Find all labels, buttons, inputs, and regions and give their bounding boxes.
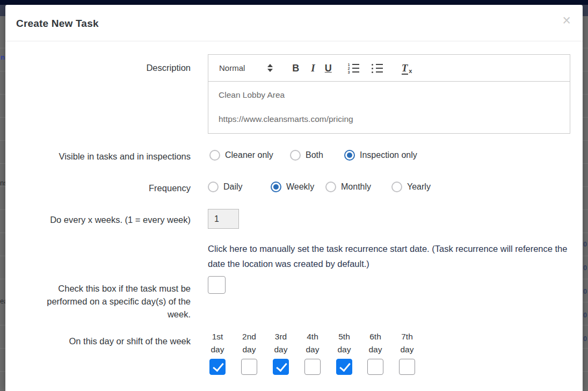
backdrop-left-strip [0, 5, 5, 391]
format-dropdown-arrows-icon[interactable] [267, 64, 273, 72]
backdrop-text-fragment: 0 [583, 335, 588, 342]
radio-label: Inspection only [360, 150, 417, 160]
day-word: day [300, 343, 325, 356]
description-editor-content[interactable]: Clean Lobby Area https://www.cleansmarts… [208, 82, 570, 133]
radio-daily[interactable]: Daily [208, 181, 243, 193]
day-word: day [363, 343, 388, 356]
day-word: day [237, 343, 262, 356]
radio-label: Weekly [286, 182, 314, 192]
day-column-1: 1st day [205, 330, 230, 375]
radio-label: Daily [223, 182, 243, 192]
ordered-list-icon[interactable]: 1 2 3 [348, 63, 360, 73]
radio-circle [271, 182, 281, 192]
day-word: day [268, 343, 293, 356]
backdrop-text-fragment: 0 [583, 264, 588, 271]
day-ordinal: 7th [395, 330, 419, 343]
day-ordinal: 5th [332, 330, 357, 343]
day-ordinal: 2nd [237, 330, 262, 343]
day-column-4: 4th day [300, 330, 325, 375]
day-column-7: 7th day [395, 330, 419, 375]
specific-day-checkbox[interactable] [208, 276, 226, 294]
italic-icon[interactable]: I [311, 62, 315, 74]
backdrop-text-fragment: 0 [583, 288, 588, 295]
frequency-label: Frequency [16, 182, 191, 194]
backdrop-text-fragment: ea [0, 298, 5, 305]
recurrence-start-date-link[interactable]: Click here to manually set the task recu… [208, 242, 573, 271]
radio-circle [209, 150, 220, 161]
radio-circle [290, 150, 301, 161]
description-label: Description [16, 61, 191, 74]
interval-input[interactable] [208, 209, 239, 229]
backdrop-text-fragment: ns [0, 179, 5, 186]
modal-title: Create New Task [16, 18, 99, 30]
close-icon[interactable]: × [562, 13, 571, 28]
backdrop-navbar-right-stub [583, 5, 588, 16]
editor-toolbar: Normal B I U 1 2 3 Tx [208, 55, 570, 82]
day-4-checkbox[interactable] [304, 359, 321, 375]
specific-day-label: Check this box if the task must be perfo… [41, 282, 191, 321]
backdrop-text-fragment: n [1, 54, 5, 61]
radio-circle [344, 150, 355, 161]
day-1-checkbox[interactable] [209, 359, 226, 375]
day-7-checkbox[interactable] [399, 359, 415, 375]
radio-label: Cleaner only [225, 150, 273, 160]
day-2-checkbox[interactable] [241, 359, 257, 375]
clear-formatting-icon[interactable]: Tx [402, 62, 412, 74]
day-6-checkbox[interactable] [367, 359, 383, 375]
radio-both[interactable]: Both [290, 149, 323, 161]
day-3-checkbox[interactable] [273, 359, 289, 375]
day-column-3: 3rd day [268, 330, 293, 375]
format-dropdown-value: Normal [219, 63, 245, 73]
day-word: day [332, 343, 357, 356]
radio-label: Monthly [341, 182, 371, 192]
backdrop-navbar-left-stub [0, 5, 5, 16]
editor-line: Clean Lobby Area [219, 90, 560, 100]
backdrop-text-fragment: 0 [583, 312, 588, 318]
day-ordinal: 1st [205, 330, 230, 343]
day-word: day [395, 343, 419, 356]
backdrop-text-fragment: 0 [583, 241, 588, 248]
radio-monthly[interactable]: Monthly [325, 181, 371, 193]
radio-yearly[interactable]: Yearly [391, 181, 431, 193]
clear-formatting-x: x [409, 68, 412, 74]
radio-circle [391, 182, 402, 192]
backdrop-right-strip [583, 5, 588, 391]
radio-cleaner-only[interactable]: Cleaner only [209, 149, 273, 161]
editor-line: https://www.cleansmarts.com/pricing [219, 114, 560, 124]
bullet-list-icon[interactable] [372, 63, 383, 73]
backdrop-navbar [0, 0, 588, 5]
radio-inspection-only[interactable]: Inspection only [344, 149, 417, 161]
radio-circle [208, 182, 219, 192]
format-dropdown[interactable]: Normal [219, 63, 245, 73]
day-column-5: 5th day [332, 330, 357, 375]
description-editor: Normal B I U 1 2 3 Tx Clean Lobby Area h… [208, 54, 570, 134]
day-5-checkbox[interactable] [336, 359, 352, 375]
day-column-6: 6th day [363, 330, 388, 375]
modal-header: Create New Task × [5, 5, 583, 41]
day-column-2: 2nd day [237, 330, 262, 375]
day-ordinal: 3rd [268, 330, 293, 343]
day-ordinal: 4th [300, 330, 325, 343]
radio-weekly[interactable]: Weekly [271, 181, 314, 193]
visibility-label: Visible in tasks and in inspections [16, 150, 191, 163]
interval-label: Do every x weeks. (1 = every week) [16, 213, 191, 226]
radio-label: Both [306, 150, 323, 160]
day-ordinal: 6th [363, 330, 388, 343]
radio-label: Yearly [407, 182, 431, 192]
underline-icon[interactable]: U [325, 62, 332, 74]
clear-formatting-t: T [402, 62, 409, 75]
bold-icon[interactable]: B [292, 62, 299, 74]
day-word: day [205, 343, 230, 356]
days-of-week-label: On this day or shift of the week [16, 335, 191, 347]
create-new-task-modal: Create New Task × Description Normal B I… [5, 5, 583, 391]
ordered-list-number: 3 [348, 71, 350, 75]
radio-circle [325, 182, 336, 192]
